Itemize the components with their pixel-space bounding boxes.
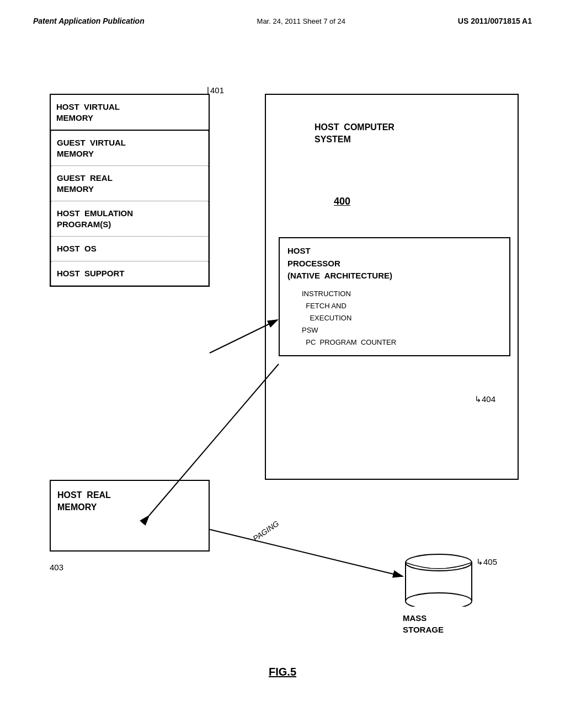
processor-details: INSTRUCTION FETCH AND EXECUTIONPSW PC PR… xyxy=(280,286,509,355)
processor-box: HOSTPROCESSOR(NATIVE ARCHITECTURE) INSTR… xyxy=(279,237,510,356)
label-403: 403 xyxy=(50,563,63,572)
header-date: Mar. 24, 2011 Sheet 7 of 24 xyxy=(257,17,345,25)
mass-storage xyxy=(403,546,475,609)
host-support: HOST SUPPORT xyxy=(51,261,209,286)
host-emulation-program: HOST EMULATIONPROGRAM(S) xyxy=(51,201,209,237)
processor-title: HOSTPROCESSOR(NATIVE ARCHITECTURE) xyxy=(280,238,509,286)
host-os: HOST OS xyxy=(51,237,209,261)
label-400: 400 xyxy=(334,196,350,207)
host-real-memory-box: HOST REALMEMORY xyxy=(50,480,210,552)
header-patent: US 2011/0071815 A1 xyxy=(458,17,532,25)
host-real-memory-label: HOST REALMEMORY xyxy=(51,481,209,522)
guest-real-memory: GUEST REALMEMORY xyxy=(51,166,209,201)
mass-storage-label: MASSSTORAGE xyxy=(403,612,444,635)
paging-label: PAGING xyxy=(251,519,280,543)
guest-virtual-memory: GUEST VIRTUALMEMORY xyxy=(51,131,209,166)
label-404: ↳404 xyxy=(475,394,495,404)
host-virtual-memory: HOST VIRTUALMEMORY xyxy=(51,95,209,131)
host-computer-system-label: HOST COMPUTERSYSTEM xyxy=(315,121,395,146)
fig-label: FIG.5 xyxy=(269,666,296,678)
svg-point-3 xyxy=(406,593,472,607)
svg-line-9 xyxy=(210,529,403,576)
label-405: ↳405 xyxy=(476,557,497,567)
diagram-area: ⌊401 HOST VIRTUALMEMORY GUEST VIRTUALMEM… xyxy=(33,55,532,695)
page-header: Patent Application Publication Mar. 24, … xyxy=(0,0,565,31)
header-publication: Patent Application Publication xyxy=(33,17,145,25)
memory-stack: HOST VIRTUALMEMORY GUEST VIRTUALMEMORY G… xyxy=(50,94,210,287)
